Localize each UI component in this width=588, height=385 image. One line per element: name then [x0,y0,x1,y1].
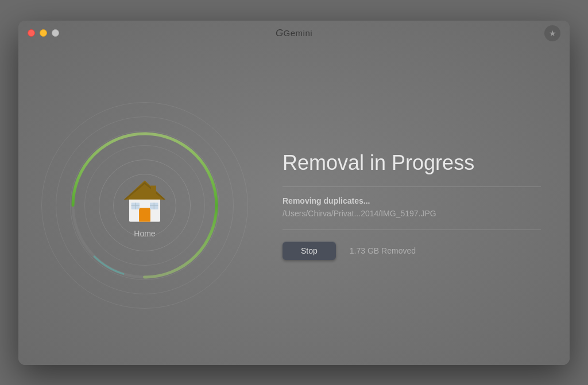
status-label: Removing duplicates... [283,196,541,205]
main-window: GGemini ★ [18,21,570,365]
right-panel: Removal in Progress Removing duplicates.… [271,150,570,260]
left-panel: Home [18,46,271,365]
main-content: Home Removal in Progress Removing duplic… [18,46,570,365]
star-button[interactable]: ★ [544,25,560,41]
house-label: Home [134,229,155,238]
stop-button[interactable]: Stop [283,242,336,260]
svg-rect-13 [151,185,156,196]
file-path: /Users/Chirva/Privat...2014/IMG_5197.JPG [283,209,541,218]
action-row: Stop 1.73 GB Removed [283,242,541,260]
titlebar: GGemini ★ [18,21,570,46]
divider-2 [283,230,541,230]
divider-1 [283,186,541,187]
svg-rect-6 [139,208,150,221]
app-title: GGemini [276,28,312,39]
removal-title: Removal in Progress [283,150,541,175]
close-button[interactable] [28,29,35,37]
fullscreen-button[interactable] [52,29,59,37]
removed-text: 1.73 GB Removed [350,246,416,255]
house-icon [119,173,171,224]
house-container: Home [119,173,171,238]
traffic-lights [28,29,59,37]
minimize-button[interactable] [40,29,47,37]
